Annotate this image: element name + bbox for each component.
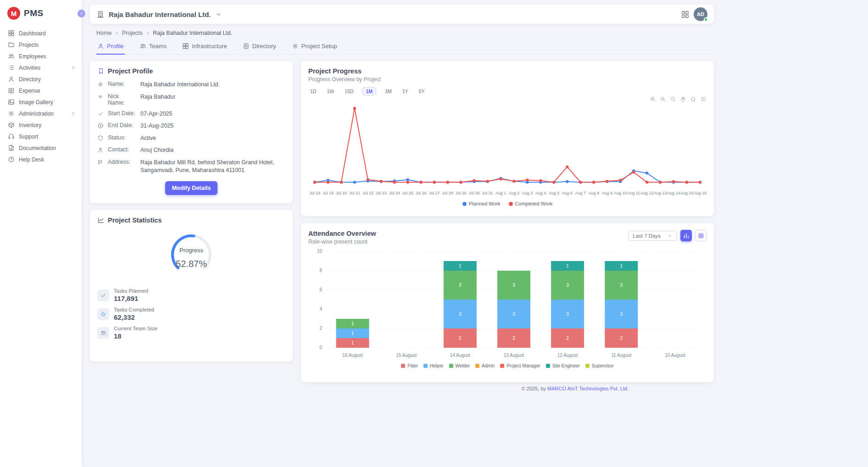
svg-text:4: 4 — [319, 306, 322, 311]
box-icon — [8, 122, 15, 128]
tab-project-setup[interactable]: Project Setup — [291, 42, 338, 55]
legend-marker — [401, 364, 405, 368]
svg-text:Aug 8: Aug 8 — [589, 191, 600, 195]
sidebar-item-projects[interactable]: Projects — [0, 39, 82, 50]
user-avatar[interactable]: AD — [694, 7, 707, 21]
contact-book-icon — [243, 43, 250, 50]
help-circle-icon — [8, 156, 15, 163]
gear-icon — [97, 81, 104, 88]
legend-marker — [585, 364, 590, 368]
svg-text:3: 3 — [512, 311, 515, 317]
sidebar-collapse-button[interactable]: ‹ — [78, 10, 85, 17]
breadcrumb-projects[interactable]: Projects — [122, 30, 143, 36]
range-3m[interactable]: 3M — [383, 87, 394, 95]
field-label: Contact: — [108, 146, 136, 153]
legend-item[interactable]: Welder — [449, 363, 470, 368]
svg-text:Aug 6: Aug 6 — [562, 191, 573, 195]
sidebar-item-directory[interactable]: Directory — [0, 73, 82, 85]
tab-infrastructure[interactable]: Infrastructure — [181, 42, 228, 55]
attendance-chart[interactable]: 024681011116 August15 August233114 Augus… — [308, 248, 707, 362]
legend-label: Project Manager — [506, 363, 540, 368]
bar-chart-icon — [683, 233, 690, 239]
app-logo[interactable]: M PMS — [0, 0, 82, 26]
sidebar-item-administration[interactable]: Administration — [0, 108, 82, 119]
legend-label: Admin — [482, 363, 495, 368]
tab-teams[interactable]: Teams — [139, 42, 167, 55]
svg-text:Jul 30: Jul 30 — [469, 191, 480, 195]
chart-view-toggle-button[interactable] — [680, 230, 692, 241]
tab-directory[interactable]: Directory — [242, 42, 277, 55]
svg-text:2: 2 — [620, 336, 623, 341]
svg-text:Jul 18: Jul 18 — [309, 191, 320, 195]
svg-text:1: 1 — [620, 263, 623, 268]
svg-text:3: 3 — [459, 311, 462, 317]
svg-text:Aug 2: Aug 2 — [509, 191, 520, 195]
selection-zoom-icon[interactable] — [670, 96, 676, 102]
field-value: 07-Apr-2025 — [140, 110, 285, 118]
svg-text:3: 3 — [566, 311, 569, 317]
bookmark-icon — [97, 67, 105, 75]
sidebar-item-inventory[interactable]: Inventory — [0, 119, 82, 131]
svg-text:Jul 20: Jul 20 — [336, 191, 347, 195]
chevron-down-icon[interactable] — [215, 11, 222, 18]
svg-text:1: 1 — [351, 331, 354, 336]
list-icon — [8, 64, 15, 71]
tab-label: Teams — [149, 43, 167, 50]
tab-label: Profile — [107, 43, 124, 50]
modify-details-button[interactable]: Modify Details — [165, 181, 218, 195]
svg-text:52.87%: 52.87% — [176, 259, 207, 269]
legend-item[interactable]: Project Manager — [500, 363, 540, 368]
sidebar-item-documentation[interactable]: Documentation — [0, 142, 82, 154]
svg-text:Jul 25: Jul 25 — [402, 191, 413, 195]
footer-text: © 2025, by — [522, 386, 547, 391]
users-icon — [97, 327, 109, 339]
range-1d[interactable]: 1D — [308, 87, 318, 95]
range-1m[interactable]: 1M — [362, 87, 376, 95]
range-5y[interactable]: 5Y — [417, 87, 426, 95]
project-progress-chart[interactable]: Jul 18Jul 19Jul 20Jul 21Jul 22Jul 23Jul … — [308, 98, 707, 200]
pan-hand-icon[interactable] — [680, 96, 686, 102]
line-chart-legend: Planned WorkCompleted Work — [308, 201, 707, 206]
sidebar-item-help-desk[interactable]: Help Desk — [0, 154, 82, 165]
stat-tasks-planned: Tasks Planned 117,891 — [97, 288, 285, 302]
table-view-toggle-button[interactable] — [695, 230, 707, 241]
apps-grid-icon[interactable] — [681, 10, 690, 19]
legend-marker — [475, 364, 479, 368]
legend-item[interactable]: Admin — [475, 363, 495, 368]
breadcrumb-home[interactable]: Home — [96, 30, 111, 36]
legend-item[interactable]: Planned Work — [462, 201, 501, 206]
legend-item[interactable]: Completed Work — [509, 201, 553, 206]
range-15d[interactable]: 15D — [343, 87, 355, 95]
legend-item[interactable]: Supervisor — [585, 363, 614, 368]
range-1y[interactable]: 1Y — [401, 87, 410, 95]
legend-item[interactable]: Fitter — [401, 363, 418, 368]
sidebar-item-employees[interactable]: Employees — [0, 50, 82, 62]
footer-link[interactable]: MARCO AIoT Technologies Pvt. Ltd. — [547, 386, 629, 391]
svg-text:1: 1 — [459, 263, 462, 268]
online-status-dot — [704, 17, 708, 22]
zoom-out-icon[interactable] — [660, 96, 666, 102]
svg-text:Jul 19: Jul 19 — [323, 191, 334, 195]
tab-profile[interactable]: Profile — [96, 42, 125, 55]
stat-value: 18 — [114, 332, 157, 340]
sidebar-item-expense[interactable]: Expense — [0, 85, 82, 96]
sidebar-item-label: Activities — [19, 65, 66, 71]
home-icon[interactable] — [690, 96, 696, 102]
sidebar-item-dashboard[interactable]: Dashboard — [0, 28, 82, 39]
legend-item[interactable]: Helper — [423, 363, 443, 368]
sidebar-item-image-gallery[interactable]: Image Gallery — [0, 96, 82, 108]
field-contact: Contact: Anuj Chordia — [97, 146, 285, 155]
zoom-in-icon[interactable] — [650, 96, 656, 102]
sidebar-item-label: Expense — [19, 88, 76, 94]
sidebar-item-support[interactable]: Support — [0, 131, 82, 142]
company-selector[interactable]: Raja Bahadur International Ltd. — [109, 11, 211, 18]
legend-item[interactable]: Site Engineer — [546, 363, 580, 368]
sidebar-item-activities[interactable]: Activities — [0, 62, 82, 73]
range-1w[interactable]: 1W — [325, 87, 336, 95]
avatar-initials: AD — [697, 11, 704, 17]
attendance-range-select[interactable]: Last 7 Days — [628, 231, 677, 241]
select-value: Last 7 Days — [633, 233, 661, 239]
field-value: 31-Aug-2025 — [140, 122, 285, 130]
menu-icon[interactable] — [700, 96, 707, 102]
user-icon — [8, 76, 15, 83]
